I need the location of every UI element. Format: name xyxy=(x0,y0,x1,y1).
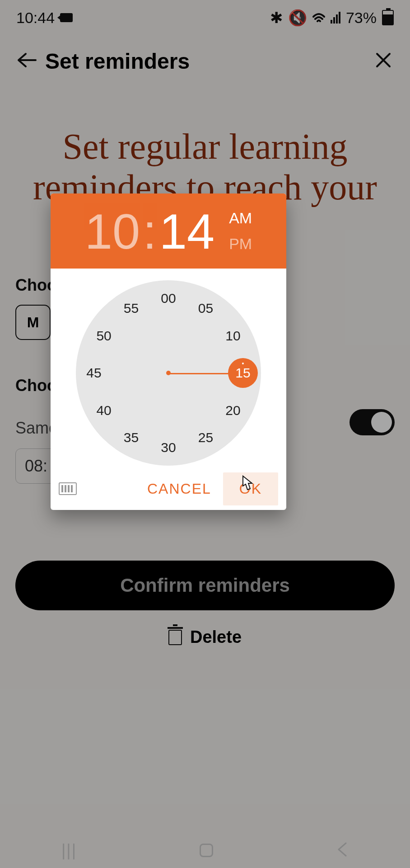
cursor-icon xyxy=(238,475,254,497)
screen: 10:44 ✱ 🔇 73% Set reminders Set regular … xyxy=(0,0,410,868)
clock-face[interactable]: 00051015202530354045505515 xyxy=(76,280,261,466)
minute-tick-45[interactable]: 45 xyxy=(83,365,105,381)
minute-tick-40[interactable]: 40 xyxy=(93,403,115,418)
ok-button[interactable]: OK xyxy=(223,472,278,505)
minute-tick-05[interactable]: 05 xyxy=(195,301,217,316)
clock-knob[interactable]: 15 xyxy=(228,358,258,388)
cancel-button[interactable]: CANCEL xyxy=(135,475,223,503)
time-picker-dialog: 10 : 14 AM PM 00051015202530354045505515… xyxy=(51,193,286,510)
minute-tick-55[interactable]: 55 xyxy=(120,301,143,316)
minute-tick-35[interactable]: 35 xyxy=(120,430,143,445)
minute-tick-30[interactable]: 30 xyxy=(157,440,180,455)
pm-button[interactable]: PM xyxy=(229,235,252,253)
time-header: 10 : 14 AM PM xyxy=(51,193,286,269)
minute-tick-20[interactable]: 20 xyxy=(222,403,244,418)
clock-hand xyxy=(168,373,229,374)
minute-tick-00[interactable]: 00 xyxy=(157,291,180,306)
hour-value[interactable]: 10 xyxy=(85,203,140,260)
dialog-actions: CANCEL OK xyxy=(51,470,286,510)
minute-tick-50[interactable]: 50 xyxy=(93,328,115,344)
am-button[interactable]: AM xyxy=(229,209,252,227)
keyboard-icon[interactable] xyxy=(59,482,77,495)
minute-tick-25[interactable]: 25 xyxy=(195,430,217,445)
minute-tick-10[interactable]: 10 xyxy=(222,328,244,344)
minute-value[interactable]: 14 xyxy=(159,203,214,260)
